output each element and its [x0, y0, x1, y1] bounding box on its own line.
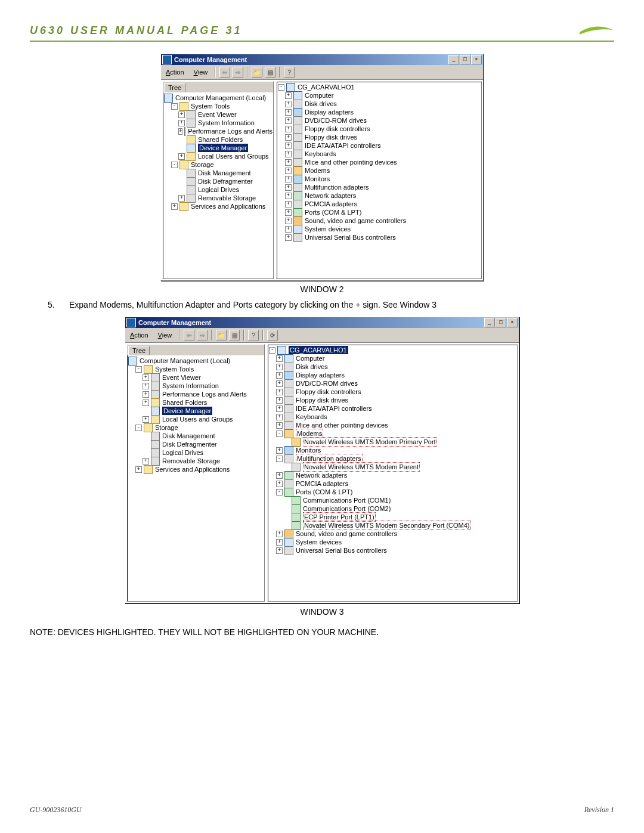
- expand-icon[interactable]: +: [276, 364, 283, 370]
- expand-icon[interactable]: +: [178, 153, 185, 160]
- dev-disk-drives[interactable]: Disk drives: [296, 363, 328, 371]
- tree-disk-management[interactable]: Disk Management: [162, 432, 215, 440]
- expand-icon[interactable]: +: [285, 226, 292, 233]
- expand-icon[interactable]: +: [285, 176, 292, 182]
- collapse-icon[interactable]: -: [135, 366, 142, 373]
- expand-icon[interactable]: +: [276, 472, 283, 479]
- expand-icon[interactable]: +: [276, 422, 283, 429]
- mmc-tree[interactable]: Computer Management (Local) -System Tool…: [163, 92, 273, 212]
- dev-dvd-cdrom[interactable]: DVD/CD-ROM drives: [305, 116, 367, 125]
- dev-floppy-drives[interactable]: Floppy disk drives: [296, 396, 348, 404]
- collapse-icon[interactable]: -: [135, 425, 142, 431]
- expand-icon[interactable]: +: [135, 466, 142, 473]
- expand-icon[interactable]: +: [276, 355, 283, 362]
- close-button[interactable]: ×: [471, 55, 482, 64]
- tree-system-information[interactable]: System Information: [162, 382, 219, 390]
- expand-icon[interactable]: +: [276, 447, 283, 454]
- expand-icon[interactable]: +: [178, 112, 185, 118]
- minimize-button[interactable]: _: [484, 318, 495, 327]
- titlebar[interactable]: Computer Management _ □ ×: [161, 54, 483, 65]
- tree-perf-logs[interactable]: Performance Logs and Alerts: [162, 390, 247, 398]
- dev-ports[interactable]: Ports (COM & LPT): [296, 488, 352, 496]
- expand-icon[interactable]: +: [143, 383, 149, 389]
- tree-removable-storage[interactable]: Removable Storage: [198, 194, 256, 202]
- dev-ide[interactable]: IDE ATA/ATAPI controllers: [296, 404, 372, 413]
- tree-perf-logs[interactable]: Performance Logs and Alerts: [188, 127, 273, 135]
- back-icon[interactable]: ⇦: [219, 67, 230, 78]
- dev-keyboards[interactable]: Keyboards: [296, 413, 327, 421]
- up-folder-icon[interactable]: 📁: [216, 330, 227, 340]
- dev-pcmcia[interactable]: PCMCIA adapters: [296, 479, 348, 488]
- dev-dvd-cdrom[interactable]: DVD/CD-ROM drives: [296, 379, 358, 388]
- tree-root[interactable]: Computer Management (Local): [175, 94, 266, 102]
- expand-icon[interactable]: +: [276, 405, 283, 412]
- tree-event-viewer[interactable]: Event Viewer: [198, 110, 237, 119]
- help-icon[interactable]: ?: [284, 67, 295, 78]
- tree-device-manager[interactable]: Device Manager: [198, 144, 248, 152]
- tree-device-manager[interactable]: Device Manager: [162, 407, 212, 415]
- expand-icon[interactable]: +: [285, 117, 292, 124]
- up-folder-icon[interactable]: 📁: [252, 67, 262, 78]
- tree-local-users[interactable]: Local Users and Groups: [198, 152, 269, 160]
- tree-logical-drives[interactable]: Logical Drives: [198, 185, 239, 194]
- device-tree[interactable]: -CG_ACARVALHO1 +Computer +Disk drives +D…: [268, 345, 517, 556]
- expand-icon[interactable]: +: [276, 414, 283, 420]
- expand-icon[interactable]: +: [178, 128, 182, 135]
- dev-multifunction[interactable]: Multifunction adapters: [305, 183, 369, 191]
- dev-ports[interactable]: Ports (COM & LPT): [305, 208, 361, 216]
- dev-system-devices[interactable]: System devices: [305, 225, 351, 233]
- refresh-icon[interactable]: ⟳: [267, 330, 278, 340]
- properties-icon[interactable]: ▤: [229, 330, 240, 340]
- dev-mice[interactable]: Mice and other pointing devices: [296, 421, 388, 429]
- expand-icon[interactable]: +: [276, 380, 283, 387]
- tree-system-tools[interactable]: System Tools: [155, 365, 194, 373]
- expand-icon[interactable]: +: [178, 195, 185, 202]
- minimize-button[interactable]: _: [448, 55, 459, 64]
- maximize-button[interactable]: □: [460, 55, 470, 64]
- dev-floppy-ctrl[interactable]: Floppy disk controllers: [296, 388, 361, 396]
- forward-icon[interactable]: ⇨: [233, 67, 243, 78]
- help-icon[interactable]: ?: [248, 330, 259, 340]
- expand-icon[interactable]: +: [285, 109, 292, 116]
- dev-monitors[interactable]: Monitors: [305, 175, 330, 183]
- tree-local-users[interactable]: Local Users and Groups: [162, 415, 233, 423]
- dev-pcmcia[interactable]: PCMCIA adapters: [305, 200, 357, 208]
- forward-icon[interactable]: ⇨: [197, 330, 208, 340]
- dev-disk-drives[interactable]: Disk drives: [305, 100, 337, 108]
- expand-icon[interactable]: +: [276, 397, 283, 404]
- expand-icon[interactable]: +: [276, 372, 283, 379]
- dev-display-adapters[interactable]: Display adapters: [296, 371, 345, 379]
- dev-usb[interactable]: Universal Serial Bus controllers: [305, 233, 396, 241]
- dev-sound[interactable]: Sound, video and game controllers: [296, 529, 397, 538]
- dev-modem-secondary[interactable]: Novatel Wireless UMTS Modem Secondary Po…: [303, 521, 471, 530]
- expand-icon[interactable]: +: [143, 374, 149, 381]
- dev-com2[interactable]: Communications Port (COM2): [303, 504, 391, 513]
- expand-icon[interactable]: +: [276, 539, 283, 546]
- expand-icon[interactable]: +: [285, 234, 292, 241]
- device-tree[interactable]: -CG_ACARVALHO1 +Computer +Disk drives +D…: [277, 82, 481, 243]
- device-host[interactable]: CG_ACARVALHO1: [298, 83, 355, 91]
- tree-disk-defragmenter[interactable]: Disk Defragmenter: [162, 440, 217, 448]
- dev-network[interactable]: Network adapters: [305, 191, 356, 200]
- expand-icon[interactable]: +: [285, 143, 292, 149]
- back-icon[interactable]: ⇦: [184, 330, 194, 340]
- expand-icon[interactable]: +: [285, 184, 292, 191]
- expand-icon[interactable]: +: [276, 481, 283, 487]
- tree-system-information[interactable]: System Information: [198, 119, 255, 127]
- tree-storage[interactable]: Storage: [191, 160, 214, 169]
- dev-com1[interactable]: Communications Port (COM1): [303, 496, 391, 504]
- expand-icon[interactable]: +: [285, 201, 292, 208]
- menu-view[interactable]: View: [190, 68, 212, 76]
- close-button[interactable]: ×: [507, 318, 518, 327]
- expand-icon[interactable]: +: [285, 218, 292, 224]
- expand-icon[interactable]: +: [285, 209, 292, 216]
- collapse-icon[interactable]: -: [276, 431, 283, 437]
- expand-icon[interactable]: +: [143, 400, 149, 406]
- dev-display-adapters[interactable]: Display adapters: [305, 108, 354, 116]
- expand-icon[interactable]: +: [285, 126, 292, 132]
- device-host[interactable]: CG_ACARVALHO1: [289, 346, 348, 354]
- dev-mice[interactable]: Mice and other pointing devices: [305, 158, 397, 166]
- tree-logical-drives[interactable]: Logical Drives: [162, 448, 203, 457]
- collapse-icon[interactable]: -: [171, 162, 178, 168]
- collapse-icon[interactable]: -: [276, 456, 283, 462]
